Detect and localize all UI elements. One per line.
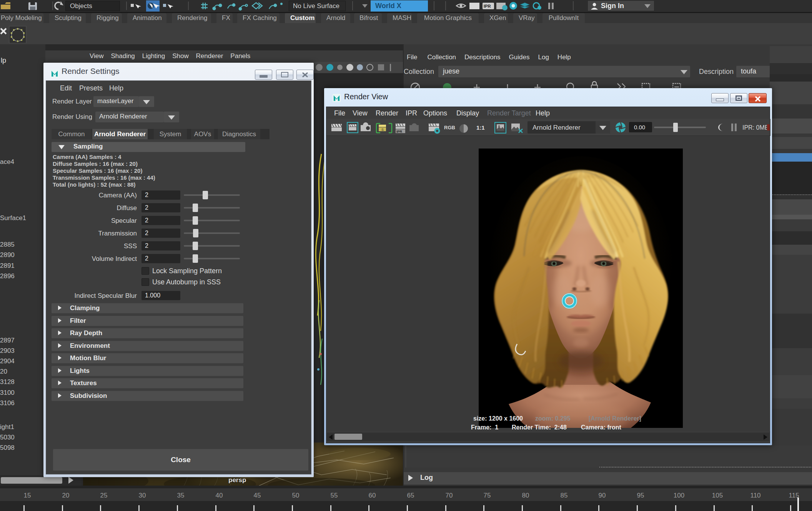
svg-text:RGB: RGB [444, 125, 455, 130]
svg-text:0.00: 0.00 [634, 124, 645, 130]
svg-text:IPR: IPR [484, 4, 491, 8]
svg-text:IPR: 0MB: IPR: 0MB [742, 124, 769, 131]
svg-text:S: S [381, 128, 384, 132]
svg-text:Arnold Renderer: Arnold Renderer [532, 124, 581, 131]
svg-text:1:1: 1:1 [476, 124, 485, 131]
svg-text:IPR: IPR [396, 130, 403, 134]
